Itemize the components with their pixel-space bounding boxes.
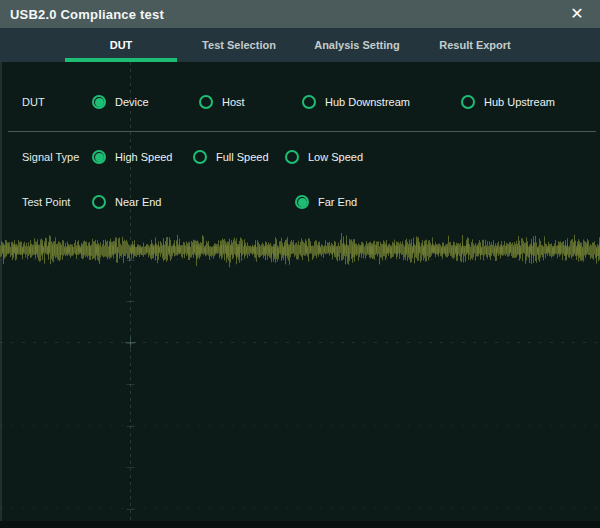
radio-label: Hub Upstream (484, 96, 555, 108)
radio-option-full-speed[interactable]: Full Speed (193, 150, 269, 164)
title-bar: USB2.0 Compliance test ✕ (0, 0, 600, 28)
radio-unselected-icon (199, 95, 213, 109)
radio-unselected-icon (193, 150, 207, 164)
radio-option-hub-upstream[interactable]: Hub Upstream (461, 95, 555, 109)
usb-compliance-dialog: USB2.0 Compliance test ✕ DUTTest Selecti… (0, 0, 600, 528)
radio-unselected-icon (92, 195, 106, 209)
radio-label: Hub Downstream (325, 96, 410, 108)
radio-label: Low Speed (308, 151, 363, 163)
radio-label: Host (222, 96, 245, 108)
tab-dut[interactable]: DUT (62, 28, 180, 62)
radio-label: Full Speed (216, 151, 269, 163)
tab-analysis-setting[interactable]: Analysis Setting (298, 28, 416, 62)
row-label-dut: DUT (22, 96, 45, 108)
dialog-body: DUTDeviceHostHub DownstreamHub UpstreamS… (0, 62, 600, 528)
close-icon[interactable]: ✕ (564, 6, 590, 22)
radio-label: Near End (115, 196, 161, 208)
radio-label: High Speed (115, 151, 173, 163)
radio-unselected-icon (461, 95, 475, 109)
radio-option-host[interactable]: Host (199, 95, 245, 109)
radio-label: Device (115, 96, 149, 108)
radio-option-near-end[interactable]: Near End (92, 195, 161, 209)
dialog-title: USB2.0 Compliance test (10, 7, 164, 22)
trigger-line-ticks (127, 225, 135, 510)
graticule-center-marker (125, 337, 136, 348)
row-label-signal-type: Signal Type (22, 151, 79, 163)
radio-option-hub-downstream[interactable]: Hub Downstream (302, 95, 410, 109)
tab-result-export[interactable]: Result Export (416, 28, 534, 62)
radio-selected-icon (92, 95, 106, 109)
radio-option-far-end[interactable]: Far End (295, 195, 357, 209)
radio-selected-icon (92, 150, 106, 164)
form-row-signal-type: Signal TypeHigh SpeedFull SpeedLow Speed (0, 137, 600, 177)
scope-display (0, 225, 600, 528)
section-divider (8, 131, 596, 132)
tab-bar: DUTTest SelectionAnalysis SettingResult … (0, 28, 600, 62)
radio-option-high-speed[interactable]: High Speed (92, 150, 173, 164)
radio-option-device[interactable]: Device (92, 95, 149, 109)
tab-test-selection[interactable]: Test Selection (180, 28, 298, 62)
row-label-test-point: Test Point (22, 196, 70, 208)
radio-unselected-icon (302, 95, 316, 109)
radio-label: Far End (318, 196, 357, 208)
form-row-test-point: Test PointNear EndFar End (0, 182, 600, 222)
radio-selected-icon (295, 195, 309, 209)
radio-unselected-icon (285, 150, 299, 164)
radio-option-low-speed[interactable]: Low Speed (285, 150, 363, 164)
bottom-strip (0, 521, 600, 528)
form-row-dut: DUTDeviceHostHub DownstreamHub Upstream (0, 82, 600, 122)
